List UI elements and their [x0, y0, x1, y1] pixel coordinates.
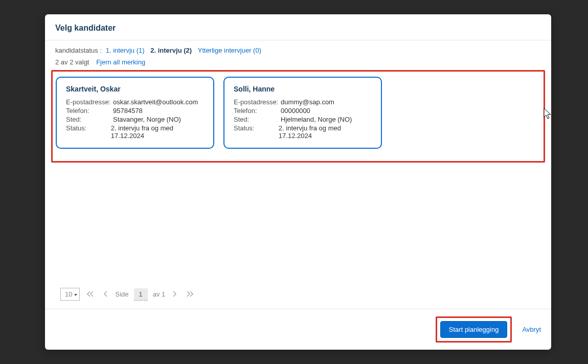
tab-2-intervju[interactable]: 2. intervju (2) [150, 47, 192, 54]
candidate-email: oskar.skartveit@outlook.com [113, 98, 198, 106]
field-label-status: Status: [66, 124, 111, 140]
page-of-label: av 1 [153, 290, 166, 298]
pagination: 10 Side 1 av 1 [45, 283, 551, 309]
candidate-cards: Skartveit, Oskar E-postadresse:oskar.ska… [56, 77, 540, 149]
candidate-place: Hjelmeland, Norge (NO) [281, 116, 352, 123]
select-candidates-modal: Velg kandidater kandidatstatus : 1. inte… [45, 14, 551, 350]
tab-1-intervju[interactable]: 1. intervju (1) [106, 47, 145, 54]
modal-footer: Start planlegging Avbryt [45, 309, 551, 350]
candidates-highlight-box: Skartveit, Oskar E-postadresse:oskar.ska… [51, 70, 545, 163]
field-label-email: E-postadresse: [234, 98, 281, 106]
field-label-place: Sted: [66, 116, 113, 123]
candidate-status: 2. intervju fra og med 17.12.2024 [279, 124, 372, 140]
next-page-button[interactable] [170, 290, 179, 299]
chevron-double-right-icon [186, 291, 193, 297]
modal-header: Velg kandidater [45, 14, 551, 40]
chevron-right-icon [172, 291, 177, 297]
last-page-button[interactable] [184, 290, 195, 299]
candidate-status: 2. intervju fra og med 17.12.2024 [111, 124, 204, 140]
clear-selection-link[interactable]: Fjern all merking [96, 58, 145, 66]
page-side-label: Side [115, 290, 128, 298]
candidate-card[interactable]: Skartveit, Oskar E-postadresse:oskar.ska… [56, 77, 214, 149]
page-title: Velg kandidater [55, 24, 541, 33]
field-label-phone: Telefon: [234, 107, 281, 115]
tab-ytterlige[interactable]: Ytterlige intervjuer (0) [198, 47, 261, 54]
candidate-name: Skartveit, Oskar [66, 85, 204, 93]
candidate-place: Stavanger, Norge (NO) [113, 116, 181, 123]
page-size-select[interactable]: 10 [60, 288, 80, 301]
candidate-email: dummy@sap.com [281, 98, 334, 106]
selection-row: 2 av 2 valgt Fjern all merking [45, 56, 551, 70]
prev-page-button[interactable] [101, 290, 110, 299]
candidate-name: Solli, Hanne [234, 85, 372, 93]
chevron-left-icon [103, 291, 108, 297]
selection-summary: 2 av 2 valgt [55, 58, 89, 66]
candidate-phone: 95784578 [113, 107, 143, 115]
chevron-double-left-icon [87, 291, 94, 297]
field-label-place: Sted: [234, 116, 281, 123]
status-label: kandidatstatus : [55, 47, 102, 54]
field-label-phone: Telefon: [66, 107, 113, 115]
primary-button-highlight: Start planlegging [436, 316, 512, 343]
first-page-button[interactable] [85, 290, 96, 299]
page-number-input[interactable]: 1 [134, 288, 148, 301]
field-label-email: E-postadresse: [66, 98, 113, 106]
cancel-button[interactable]: Avbryt [522, 326, 541, 333]
candidate-phone: 00000000 [281, 107, 310, 115]
start-planning-button[interactable]: Start planlegging [440, 321, 508, 338]
field-label-status: Status: [234, 124, 279, 140]
candidate-card[interactable]: Solli, Hanne E-postadresse:dummy@sap.com… [223, 77, 382, 149]
candidate-status-tabs: kandidatstatus : 1. intervju (1) 2. inte… [45, 40, 551, 56]
